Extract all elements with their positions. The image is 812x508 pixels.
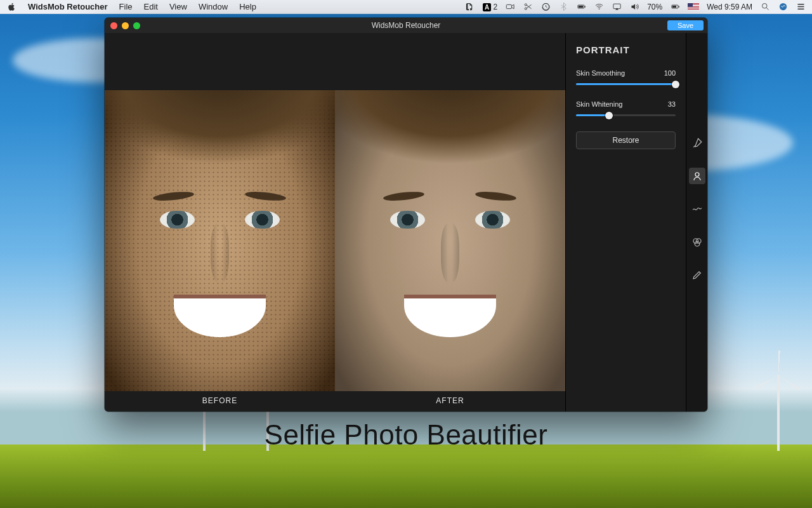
panel-heading: PORTRAIT	[576, 44, 676, 55]
after-label: AFTER	[335, 391, 565, 411]
svg-rect-5	[578, 6, 583, 8]
menubar-clock[interactable]: Wed 9:59 AM	[707, 3, 752, 11]
skin-smoothing-control: Skin Smoothing 100	[576, 69, 676, 85]
window-title: WidsMob Retoucher	[105, 21, 707, 30]
battery-menu-icon[interactable]	[576, 2, 586, 12]
menu-file[interactable]: File	[119, 2, 133, 11]
edit-tool-icon[interactable]	[689, 267, 705, 283]
siri-icon[interactable]	[778, 2, 788, 12]
denoise-tool-icon[interactable]	[689, 201, 705, 217]
notification-center-icon[interactable]	[796, 2, 806, 12]
mac-menubar: WidsMob Retoucher File Edit View Window …	[0, 0, 812, 14]
brush-tool-icon[interactable]	[689, 135, 705, 151]
image-canvas: BEFORE AFTER	[105, 33, 565, 411]
scissors-icon[interactable]	[523, 2, 533, 12]
svg-rect-10	[672, 6, 676, 8]
menu-view[interactable]: View	[169, 2, 187, 11]
right-toolstrip	[686, 33, 707, 411]
portrait-tool-icon[interactable]	[689, 168, 705, 184]
skin-whitening-label: Skin Whitening	[576, 100, 622, 108]
input-source-flag-icon[interactable]	[688, 3, 699, 10]
menu-edit[interactable]: Edit	[144, 2, 158, 11]
marketing-caption: Selfie Photo Beautifier	[0, 419, 812, 451]
skin-smoothing-value: 100	[664, 69, 676, 77]
after-image	[335, 90, 565, 391]
save-button[interactable]: Save	[667, 20, 704, 30]
svg-point-16	[696, 239, 701, 244]
apple-menu-icon[interactable]	[6, 2, 16, 12]
battery-percent[interactable]: 70%	[647, 3, 662, 11]
menu-help[interactable]: Help	[239, 2, 256, 11]
svg-point-2	[525, 8, 527, 10]
svg-point-14	[695, 173, 699, 177]
adobe-cc-icon[interactable]: A 2	[483, 3, 497, 11]
skin-whitening-control: Skin Whitening 33	[576, 100, 676, 116]
wifi-icon[interactable]	[594, 2, 604, 12]
window-zoom-button[interactable]	[133, 22, 140, 29]
svg-rect-6	[584, 6, 585, 8]
airplay-icon[interactable]	[612, 2, 622, 12]
menu-window[interactable]: Window	[199, 2, 228, 11]
skin-smoothing-slider[interactable]	[576, 83, 676, 85]
skin-whitening-value: 33	[668, 100, 676, 108]
window-titlebar[interactable]: WidsMob Retoucher Save	[105, 18, 707, 33]
bluetooth-icon[interactable]	[558, 2, 568, 12]
skin-whitening-slider[interactable]	[576, 114, 676, 116]
window-minimize-button[interactable]	[122, 22, 129, 29]
spotlight-icon[interactable]	[760, 2, 770, 12]
restore-button[interactable]: Restore	[576, 131, 676, 149]
filter-tool-icon[interactable]	[689, 234, 705, 250]
volume-icon[interactable]	[629, 2, 639, 12]
timemachine-icon[interactable]	[540, 2, 551, 12]
svg-point-17	[695, 241, 700, 246]
skin-smoothing-label: Skin Smoothing	[576, 69, 625, 77]
app-name[interactable]: WidsMob Retoucher	[28, 2, 108, 11]
battery-icon[interactable]	[670, 2, 680, 12]
svg-rect-11	[678, 6, 679, 8]
portrait-panel: PORTRAIT Skin Smoothing 100 Skin Whiteni…	[565, 33, 686, 411]
window-close-button[interactable]	[110, 22, 117, 29]
svg-point-1	[525, 4, 527, 6]
svg-rect-0	[506, 4, 511, 8]
before-label: BEFORE	[105, 391, 335, 411]
svg-point-7	[598, 9, 599, 10]
facetime-icon[interactable]	[505, 2, 515, 12]
before-image	[105, 90, 335, 391]
app-window: WidsMob Retoucher Save BEFORE	[105, 18, 707, 411]
evernote-icon[interactable]	[465, 2, 475, 12]
svg-point-12	[762, 4, 767, 9]
